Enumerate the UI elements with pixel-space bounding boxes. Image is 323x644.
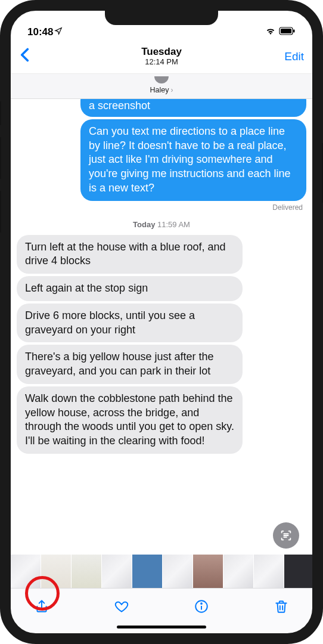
photo-thumbnail-strip[interactable] <box>11 555 312 588</box>
photo-thumbnail[interactable] <box>254 555 284 588</box>
status-time: 10:48 <box>27 26 53 38</box>
back-button[interactable] <box>17 45 33 69</box>
edit-button[interactable]: Edit <box>284 50 304 63</box>
info-button[interactable] <box>191 596 212 617</box>
message-received[interactable]: Turn left at the house with a blue roof,… <box>17 235 243 274</box>
contact-header[interactable]: Haley <box>11 74 312 99</box>
location-arrow-icon <box>54 26 63 38</box>
share-button[interactable] <box>31 596 52 617</box>
wifi-icon <box>265 26 276 38</box>
nav-bar: Tuesday 12:14 PM Edit <box>11 39 312 74</box>
conversation[interactable]: a screenshot Can you text me directions … <box>11 99 312 552</box>
photo-thumbnail[interactable] <box>284 555 312 588</box>
favorite-button[interactable] <box>111 596 132 617</box>
delivered-status: Delivered <box>17 203 303 212</box>
battery-icon <box>279 26 296 38</box>
photo-thumbnail[interactable] <box>223 555 253 588</box>
nav-title-day: Tuesday <box>141 46 182 58</box>
bottom-toolbar <box>11 588 312 633</box>
photo-thumbnail[interactable] <box>72 555 101 588</box>
svg-rect-2 <box>293 30 295 33</box>
message-received[interactable]: There's a big yellow house just after th… <box>17 345 243 384</box>
photo-thumbnail[interactable] <box>102 555 132 588</box>
message-received[interactable]: Walk down the cobblestone path behind th… <box>17 386 243 454</box>
message-sent[interactable]: a screenshot <box>80 99 306 117</box>
message-received[interactable]: Left again at the stop sign <box>17 276 243 301</box>
svg-point-5 <box>201 603 202 604</box>
contact-name: Haley <box>150 86 173 94</box>
photo-thumbnail[interactable] <box>163 555 192 588</box>
photo-thumbnail[interactable] <box>11 555 41 588</box>
nav-title-time: 12:14 PM <box>141 58 182 67</box>
photo-thumbnail[interactable] <box>132 555 162 588</box>
photo-thumbnail[interactable] <box>41 555 71 588</box>
timestamp: Today 11:59 AM <box>17 220 306 229</box>
message-sent[interactable]: Can you text me directions to a place li… <box>80 119 306 201</box>
live-text-button[interactable] <box>273 522 299 549</box>
delete-button[interactable] <box>271 596 292 617</box>
status-bar: 10:48 <box>11 11 312 39</box>
home-indicator[interactable] <box>117 626 206 628</box>
avatar <box>154 76 169 83</box>
message-received[interactable]: Drive 6 more blocks, until you see a gra… <box>17 304 243 343</box>
svg-rect-1 <box>281 29 291 33</box>
photo-thumbnail[interactable] <box>193 555 223 588</box>
